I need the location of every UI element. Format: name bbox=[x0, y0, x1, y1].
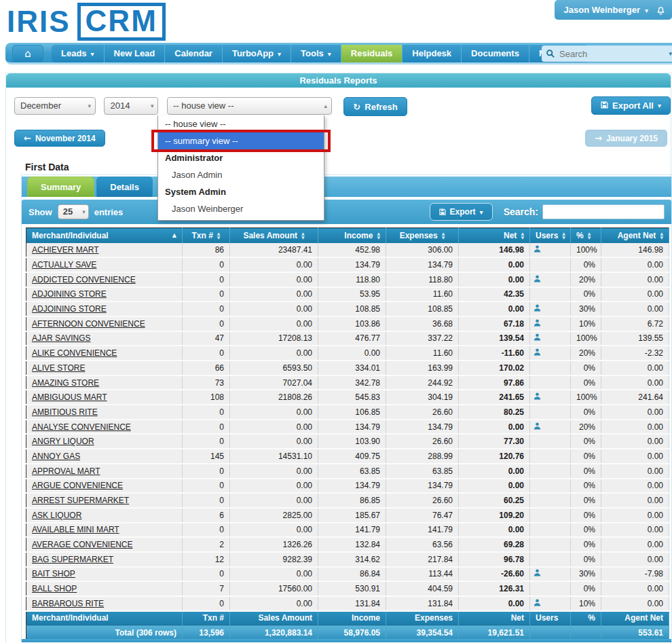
merchant-link[interactable]: ACTUALLY SAVE bbox=[32, 260, 96, 270]
sort-both-icon: ▲▼ bbox=[442, 232, 445, 240]
report-tab[interactable]: Details bbox=[96, 177, 153, 197]
nav-item[interactable]: Tools▾ bbox=[291, 45, 341, 62]
totals-row: Total (306 rows) 13,596 1,320,883.14 58,… bbox=[26, 625, 669, 640]
sort-both-icon: ▲▼ bbox=[377, 232, 380, 240]
logo-iris-text: IRIS bbox=[7, 5, 71, 39]
export-all-button[interactable]: Export All ▾ bbox=[591, 96, 671, 115]
table-row: AFTERNOON CONVENIENCE 0 0.00 103.86 36.6… bbox=[26, 316, 669, 331]
merchant-link[interactable]: AMBIGUOUS MART bbox=[32, 392, 107, 402]
col-header-users[interactable]: Users ▲▼ bbox=[530, 228, 571, 243]
view-option[interactable]: Jason Admin bbox=[158, 166, 324, 183]
table-row: BAG SUPERMARKET 12 9282.39 314.62 217.84… bbox=[26, 552, 669, 567]
nav-item[interactable]: Residuals bbox=[341, 45, 402, 62]
refresh-button[interactable]: ↻ Refresh bbox=[343, 97, 407, 116]
user-icon[interactable] bbox=[533, 276, 542, 285]
user-icon[interactable] bbox=[533, 393, 542, 403]
view-select[interactable]: -- house view -- ▴ bbox=[167, 97, 332, 115]
search-icon bbox=[546, 49, 555, 58]
merchant-link[interactable]: AVAILABLE MINI MART bbox=[32, 525, 119, 534]
view-option[interactable]: Jason Weinberger bbox=[158, 200, 324, 217]
merchant-link[interactable]: AMAZING STORE bbox=[32, 378, 99, 388]
merchant-link[interactable]: ANNOY GAS bbox=[32, 452, 80, 461]
table-row: ACHIEVER MART 86 23487.41 452.98 306.00 … bbox=[26, 243, 669, 258]
user-icon[interactable] bbox=[533, 305, 542, 314]
merchant-link[interactable]: AVERAGE CONVENIENCE bbox=[32, 540, 132, 549]
sort-both-icon: ▲▼ bbox=[588, 232, 591, 240]
nav-item[interactable]: New Lead bbox=[104, 45, 165, 62]
user-icon[interactable] bbox=[533, 423, 542, 433]
merchant-link[interactable]: AMBITIOUS RITE bbox=[32, 407, 98, 417]
col-header-txn[interactable]: Txn # ▲▼ bbox=[183, 228, 230, 243]
view-option[interactable]: Administrator bbox=[158, 149, 324, 166]
table-row: ACTUALLY SAVE 0 0.00 134.79 134.79 0.00 … bbox=[26, 257, 669, 272]
merchant-link[interactable]: ADDICTED CONVENIENCE bbox=[32, 275, 136, 284]
show-label: Show bbox=[29, 207, 52, 217]
chevron-down-icon: ▾ bbox=[669, 50, 672, 57]
merchant-link[interactable]: ANALYSE CONVENIENCE bbox=[32, 422, 131, 432]
prev-month-button[interactable]: ← November 2014 bbox=[14, 130, 105, 147]
merchant-link[interactable]: BARBAROUS RITE bbox=[32, 599, 104, 608]
year-select[interactable]: 2014 ▾ bbox=[104, 97, 158, 115]
nav-item[interactable]: Leads▾ bbox=[52, 45, 104, 62]
table-row: BARBAROUS RITE 0 0.00 131.84 131.84 0.00… bbox=[26, 596, 669, 611]
global-search-box[interactable]: ▾ bbox=[542, 45, 672, 62]
merchant-link[interactable]: ANGRY LIQUOR bbox=[32, 437, 94, 446]
report-tabs: Summary Details bbox=[22, 177, 671, 197]
view-option[interactable]: -- summary view -- bbox=[158, 132, 324, 149]
nav-item[interactable]: Calendar bbox=[164, 45, 222, 62]
user-menu-button[interactable]: Jason Weinberger ▾ bbox=[555, 0, 672, 20]
table-row: ADJOINING STORE 0 0.00 53.95 11.60 42.35… bbox=[26, 287, 669, 302]
view-select-dropdown: -- house view -- -- summary view -- Admi… bbox=[157, 115, 324, 221]
merchant-link[interactable]: ALIKE CONVENIENCE bbox=[32, 348, 117, 358]
user-icon[interactable] bbox=[533, 349, 542, 359]
merchant-link[interactable]: BALL SHOP bbox=[32, 584, 77, 593]
page-size-select[interactable]: 25 ▾ bbox=[58, 204, 89, 219]
total-label: Total (306 rows) bbox=[26, 625, 183, 640]
month-pager: ← November 2014 → January 2015 bbox=[6, 130, 671, 147]
nav-item[interactable]: TurboApp▾ bbox=[222, 45, 291, 62]
col-header-sales[interactable]: Sales Amount ▲▼ bbox=[230, 228, 318, 243]
filters-row: December ▾ 2014 ▾ -- house view -- ▴ ↻ R… bbox=[6, 88, 671, 116]
export-button[interactable]: Export ▾ bbox=[430, 203, 493, 221]
merchant-link[interactable]: ALIVE STORE bbox=[32, 363, 85, 373]
chevron-up-icon: ▴ bbox=[324, 98, 327, 115]
month-select[interactable]: December ▾ bbox=[14, 97, 96, 115]
residuals-panel: Residuals Reports December ▾ 2014 ▾ -- h… bbox=[5, 73, 671, 643]
table-search-input[interactable] bbox=[542, 204, 665, 219]
view-option[interactable]: -- house view -- bbox=[158, 115, 324, 132]
col-header-income[interactable]: Income ▲▼ bbox=[318, 228, 386, 243]
table-row: AMAZING STORE 73 7027.04 342.78 244.92 9… bbox=[26, 375, 669, 390]
user-icon[interactable] bbox=[533, 246, 542, 255]
col-header-net[interactable]: Net ▲▼ bbox=[459, 228, 530, 243]
home-button[interactable]: ⌂ bbox=[12, 45, 43, 62]
table-row: AMBITIOUS RITE 0 0.00 106.85 26.60 80.25… bbox=[26, 405, 669, 420]
col-header-pct[interactable]: % ▲▼ bbox=[571, 228, 601, 243]
merchant-link[interactable]: AJAR SAVINGS bbox=[32, 333, 90, 343]
nav-item[interactable]: Documents bbox=[461, 45, 529, 62]
merchant-link[interactable]: ADJOINING STORE bbox=[32, 289, 107, 299]
merchant-link[interactable]: ADJOINING STORE bbox=[32, 304, 107, 314]
merchant-link[interactable]: APPROVAL MART bbox=[32, 466, 100, 476]
user-icon[interactable] bbox=[533, 600, 542, 609]
nav-item[interactable]: Helpdesk bbox=[402, 45, 461, 62]
notifications-bell-icon[interactable] bbox=[655, 5, 667, 16]
view-option[interactable]: System Admin bbox=[158, 183, 324, 200]
next-month-button[interactable]: → January 2015 bbox=[585, 130, 667, 147]
col-header-expenses[interactable]: Expenses ▲▼ bbox=[386, 228, 459, 243]
col-header-agent-net[interactable]: Agent Net ▲▼ bbox=[601, 228, 669, 243]
user-icon[interactable] bbox=[533, 570, 542, 579]
merchant-link[interactable]: ACHIEVER MART bbox=[32, 245, 98, 255]
merchant-link[interactable]: ASK LIQUOR bbox=[32, 511, 81, 520]
merchant-link[interactable]: BAIT SHOP bbox=[32, 569, 75, 578]
entries-label: entries bbox=[94, 207, 124, 217]
merchant-link[interactable]: AFTERNOON CONVENIENCE bbox=[32, 319, 145, 329]
user-icon[interactable] bbox=[533, 320, 542, 329]
col-header-merchant[interactable]: Merchant/Individual ▲ bbox=[26, 228, 183, 243]
report-tab[interactable]: Summary bbox=[27, 177, 94, 197]
merchant-link[interactable]: BAG SUPERMARKET bbox=[32, 555, 113, 564]
user-icon[interactable] bbox=[533, 334, 542, 344]
merchant-link[interactable]: ARGUE CONVENIENCE bbox=[32, 481, 123, 490]
search-input[interactable] bbox=[559, 49, 661, 59]
panel-bottom-bar bbox=[22, 639, 671, 642]
merchant-link[interactable]: ARREST SUPERMARKET bbox=[32, 496, 129, 505]
